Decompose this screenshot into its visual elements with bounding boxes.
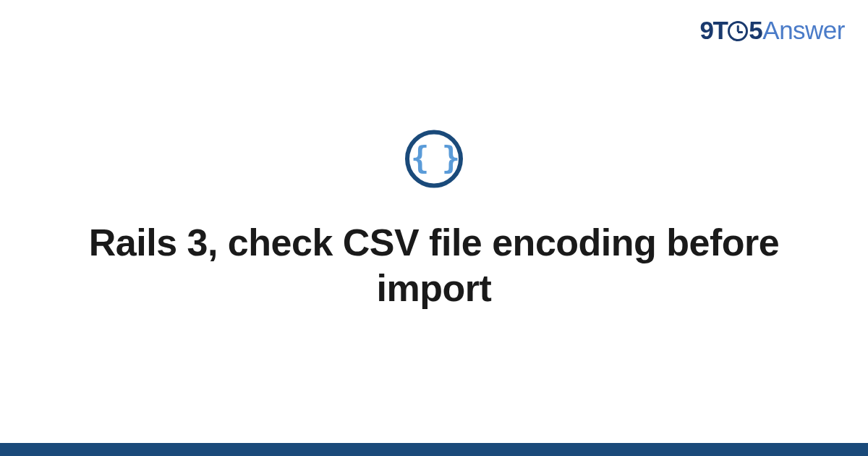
- brand-part-answer: Answer: [762, 16, 845, 45]
- brand-logo: 9 T 5 Answer: [699, 16, 845, 45]
- clock-icon: [728, 21, 748, 41]
- question-title: Rails 3, check CSV file encoding before …: [0, 220, 868, 312]
- code-braces-icon: { }: [411, 140, 457, 175]
- bottom-accent-bar: [0, 443, 868, 456]
- main-content: { } Rails 3, check CSV file encoding bef…: [0, 130, 868, 312]
- brand-part-five: 5: [749, 16, 762, 45]
- brand-part-nine: 9: [699, 16, 713, 45]
- category-icon-ring: { }: [405, 130, 463, 188]
- brand-part-t: T: [712, 16, 728, 45]
